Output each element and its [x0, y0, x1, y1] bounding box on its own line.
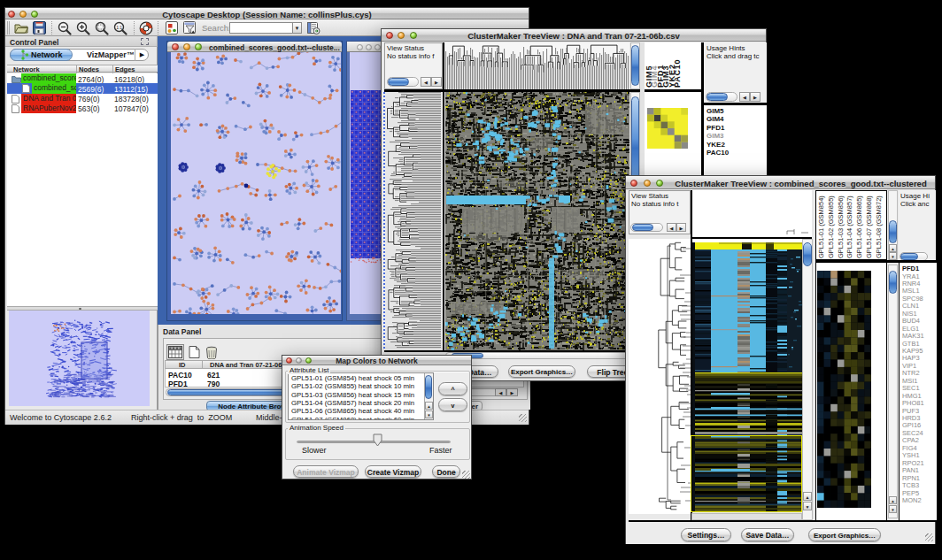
svg-text:1:1: 1:1: [116, 25, 122, 30]
